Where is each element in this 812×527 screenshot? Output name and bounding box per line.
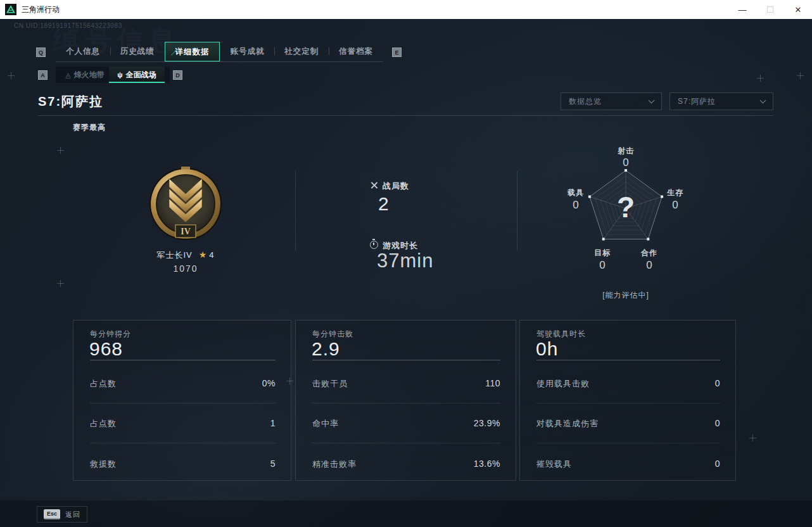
radar-axis-survival-value: 0 — [656, 199, 694, 212]
chevron-down-icon — [760, 98, 766, 104]
matches-value: 2 — [378, 193, 390, 215]
minimize-button[interactable]: — — [728, 0, 756, 19]
card-divider — [536, 443, 720, 443]
subtab-warfare-label: 全面战场 — [126, 70, 156, 80]
tab-separator — [274, 48, 275, 55]
row-value: 1 — [270, 418, 276, 429]
tab-separator — [329, 48, 329, 55]
row-value: 5 — [270, 459, 276, 470]
data-overview-dropdown[interactable]: 数据总览 — [561, 92, 662, 110]
close-button[interactable]: ✕ — [784, 0, 812, 19]
tab-bar: 个人信息 历史战绩 详细数据 账号成就 社交定制 信誉档案 — [56, 42, 383, 61]
esc-key-hint: Esc — [44, 509, 60, 519]
fire-zone-icon: ◬ — [65, 71, 70, 79]
maximize-button[interactable] — [756, 0, 784, 19]
radar-axis-vehicle: 载具 — [557, 187, 595, 198]
playtime-value: 37min — [377, 250, 433, 272]
card-divider — [90, 360, 276, 360]
row-label: 使用载具击败 — [536, 378, 590, 390]
back-button[interactable]: Esc 返回 — [37, 506, 87, 523]
stat-row: 精准击败率13.6% — [312, 459, 500, 470]
row-label: 占点数 — [90, 378, 117, 390]
tab-detailed-data[interactable]: 详细数据 — [165, 42, 220, 61]
game-window: 三角洲行动 — ✕ CN UID:189191917515643223083 绰… — [0, 0, 812, 527]
grid-cross — [757, 75, 764, 82]
rank-badge-medal: IV — [148, 166, 224, 242]
row-label: 占点数 — [90, 418, 117, 429]
rank-tier-label: IV — [181, 227, 191, 236]
key-hint-e: E — [392, 48, 402, 57]
card-value: 2.9 — [312, 338, 340, 360]
row-value: 23.9% — [474, 418, 500, 429]
row-value: 110 — [485, 378, 500, 390]
radar-axis-cooperation-value: 0 — [630, 259, 668, 272]
card-divider — [536, 360, 720, 360]
row-label: 精准击败率 — [312, 459, 357, 470]
row-label: 救援数 — [90, 459, 117, 470]
section-divider — [38, 115, 773, 116]
grid-cross — [286, 378, 293, 384]
card-divider — [312, 403, 500, 403]
data-overview-dropdown-value: 数据总览 — [569, 93, 602, 110]
grid-cross — [749, 435, 756, 441]
rank-name: 军士长IV — [156, 250, 192, 260]
stat-row: 占点数1 — [90, 418, 276, 429]
row-label: 命中率 — [312, 418, 339, 429]
row-value: 0 — [715, 378, 720, 390]
card-divider — [90, 403, 276, 403]
card-value: 968 — [89, 338, 123, 360]
stat-row: 救援数5 — [90, 459, 276, 470]
key-hint-q: Q — [36, 48, 46, 57]
subtab-fire-zone-label: 烽火地带 — [74, 70, 105, 80]
chevron-down-icon — [649, 98, 655, 104]
vertical-divider — [517, 171, 517, 250]
card-divider — [90, 443, 276, 443]
tab-achievements[interactable]: 账号成就 — [220, 42, 274, 61]
tab-personal-info[interactable]: 个人信息 — [56, 42, 110, 61]
radar-axis-vehicle-value: 0 — [557, 199, 595, 212]
row-value: 0 — [715, 459, 720, 470]
stat-card-vehicle: 驾驶载具时长 0h 使用载具击败0 对载具造成伤害0 摧毁载具0 — [519, 320, 736, 481]
stat-row: 摧毁载具0 — [536, 459, 720, 470]
card-value: 0h — [536, 338, 558, 360]
stat-row: 对载具造成伤害0 — [536, 418, 720, 429]
stat-row: 使用载具击败0 — [536, 378, 720, 390]
key-hint-d: D — [173, 70, 182, 80]
row-value: 0% — [262, 378, 276, 390]
row-label: 摧毁载具 — [536, 459, 572, 470]
season-select-dropdown-value: S7:阿萨拉 — [678, 93, 716, 110]
stopwatch-icon — [370, 241, 378, 249]
grid-cross — [8, 72, 15, 79]
rank-points: 1070 — [122, 264, 249, 274]
radar-axis-shooting: 射击 — [607, 146, 645, 156]
tab-underline — [56, 61, 383, 62]
rank-star-count: 4 — [209, 250, 214, 260]
stat-row: 击败干员110 — [312, 378, 500, 390]
tab-reputation[interactable]: 信誉档案 — [329, 42, 383, 61]
rank-name-row: 军士长IV★4 — [122, 250, 249, 261]
radar-status: [能力评估中] — [575, 290, 676, 301]
key-hint-a: A — [38, 70, 48, 80]
grid-cross — [57, 280, 64, 287]
row-label: 击败干员 — [312, 378, 348, 390]
subtab-warfare[interactable]: ψ 全面战场 — [109, 67, 165, 83]
window-title: 三角洲行动 — [22, 4, 60, 15]
row-value: 13.6% — [474, 459, 500, 470]
tab-history[interactable]: 历史战绩 — [110, 42, 165, 61]
season-heading: S7:阿萨拉 — [38, 93, 103, 110]
rank-star-icon: ★ — [199, 250, 208, 260]
footer-bar: Esc 返回 — [0, 500, 812, 527]
subtab-fire-zone[interactable]: ◬ 烽火地带 — [61, 67, 109, 83]
stat-row: 命中率23.9% — [312, 418, 500, 429]
back-button-label: 返回 — [65, 510, 80, 519]
delta-force-logo-icon — [5, 4, 16, 15]
card-divider — [536, 403, 720, 403]
vertical-divider — [295, 171, 296, 250]
crossed-swords-icon — [370, 181, 378, 189]
matches-label: 战局数 — [383, 181, 409, 192]
tab-social[interactable]: 社交定制 — [274, 42, 329, 61]
window-titlebar: 三角洲行动 — ✕ — [0, 0, 812, 19]
season-select-dropdown[interactable]: S7:阿萨拉 — [669, 92, 773, 110]
tab-separator — [110, 48, 111, 55]
stat-card-kills: 每分钟击败 2.9 击败干员110 命中率23.9% 精准击败率13.6% — [295, 320, 516, 481]
